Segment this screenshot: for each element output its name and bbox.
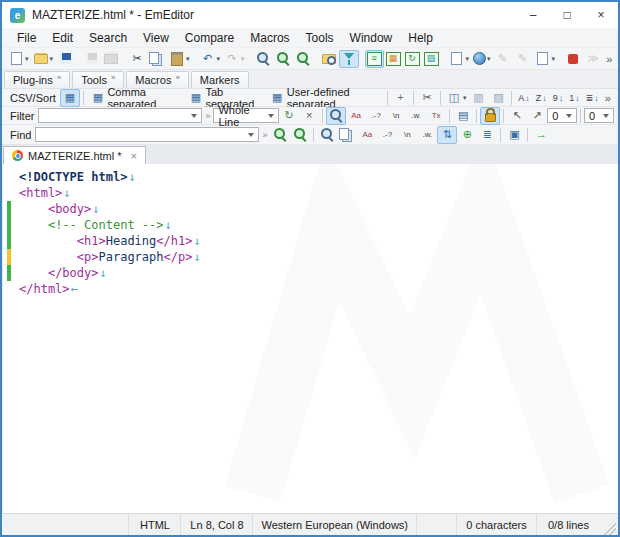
redo-button[interactable]: ↷▾	[222, 50, 247, 68]
dropdown-arrow-icon[interactable]: ▾	[463, 94, 467, 102]
menu-view[interactable]: View	[136, 29, 176, 47]
no-filter-button[interactable]: Tx	[426, 107, 446, 125]
find-previous-button[interactable]	[270, 126, 290, 144]
menu-edit[interactable]: Edit	[45, 29, 80, 47]
macro-list-button[interactable]: ▾	[533, 50, 558, 68]
filter-find-button[interactable]	[326, 107, 346, 125]
resize-grip[interactable]	[604, 523, 616, 535]
filter-mode-dropdown-icon[interactable]	[264, 109, 278, 122]
replace-button[interactable]	[293, 50, 313, 68]
search-up-down-button[interactable]: ⇅	[437, 126, 457, 144]
find-next-button[interactable]	[273, 50, 293, 68]
csv-options-button[interactable]: +	[390, 89, 410, 107]
fix-columns-button[interactable]: ▨	[488, 89, 508, 107]
find-in-document-button[interactable]	[337, 126, 357, 144]
normal-mode-button[interactable]: ≡	[365, 50, 384, 68]
match-case-find-button[interactable]: Aa	[357, 126, 377, 144]
open-file-button[interactable]: ▾	[31, 50, 56, 68]
document-tab[interactable]: MAZTERIZE.html * ×	[3, 146, 146, 164]
filter-toolbar-toggle-button[interactable]	[339, 50, 359, 68]
go-to-button[interactable]: →	[531, 126, 551, 144]
tab-overflow-chevron[interactable]: »	[111, 73, 115, 82]
dropdown-arrow-icon[interactable]: ▾	[217, 55, 221, 63]
wildcard-filter-button[interactable]: .-?	[366, 107, 386, 125]
browser-preview-button[interactable]: ▾	[471, 50, 493, 68]
csv-convert-button[interactable]: ✂	[417, 89, 437, 107]
find-dropdown-icon[interactable]	[244, 128, 258, 141]
filter-count2-dropdown-icon[interactable]	[599, 109, 613, 122]
match-case-filter-button[interactable]: Aa	[346, 107, 366, 125]
menu-window[interactable]: Window	[343, 29, 400, 47]
code-editor[interactable]: <!DOCTYPE html>↓<html>↓ <body>↓ <!-- Con…	[2, 164, 618, 513]
whole-word-find-button[interactable]: .w.	[417, 126, 437, 144]
edit-macro-button[interactable]: ✎	[493, 50, 513, 68]
wrap-mode-button[interactable]: ↻	[403, 50, 422, 68]
menu-compare[interactable]: Compare	[178, 29, 241, 47]
compare-button[interactable]: ▾	[447, 50, 472, 68]
save-button[interactable]	[55, 50, 75, 68]
freeze-columns-button[interactable]: ▥	[468, 89, 488, 107]
filter-mode-combobox[interactable]: Whole Line	[213, 108, 279, 123]
filter-overflow-chevron[interactable]: »	[202, 111, 213, 121]
csv-sort-mode-button[interactable]: ▦	[60, 89, 80, 107]
whole-word-filter-button[interactable]: .w.	[406, 107, 426, 125]
new-file-button[interactable]: ▾	[6, 50, 31, 68]
tab-close-icon[interactable]: ×	[131, 150, 137, 162]
close-button[interactable]: ×	[584, 2, 618, 28]
sort-z-to-a-button[interactable]: Z↓	[533, 93, 550, 103]
record-macro-button[interactable]	[563, 50, 583, 68]
find-dialog-button[interactable]	[317, 126, 337, 144]
menu-help[interactable]: Help	[401, 29, 440, 47]
copy-button[interactable]	[147, 50, 167, 68]
sort-by-length-button[interactable]: ≣↓	[583, 93, 602, 103]
filter-input[interactable]	[39, 109, 187, 122]
cell-mode-button[interactable]: ▨	[422, 50, 441, 68]
undo-button[interactable]: ↶▾	[198, 50, 223, 68]
csv-mode-button[interactable]: ▦	[384, 50, 403, 68]
find-results-panel-button[interactable]: ▣	[504, 126, 524, 144]
csv-overflow-chevron[interactable]: »	[602, 92, 614, 104]
find-next-green-button[interactable]	[290, 126, 310, 144]
find-overflow-chevron[interactable]: »	[259, 130, 270, 140]
dropdown-arrow-icon[interactable]: ▾	[466, 55, 470, 63]
dropdown-arrow-icon[interactable]: ▾	[552, 55, 556, 63]
extract-matched-lines-button[interactable]: ↗	[527, 107, 547, 125]
status-syntax[interactable]: HTML	[128, 514, 180, 535]
menu-macros[interactable]: Macros	[243, 29, 296, 47]
print-button[interactable]	[101, 50, 121, 68]
add-next-occurrence-button[interactable]: ⊕	[457, 126, 477, 144]
run-macro-button[interactable]: ✎	[513, 50, 533, 68]
play-macro-button[interactable]: ≫	[583, 50, 603, 68]
sort-smallest-to-largest-button[interactable]: 9↓	[550, 93, 567, 103]
dropdown-arrow-icon[interactable]: ▾	[50, 55, 54, 63]
minimize-button[interactable]: –	[516, 2, 550, 28]
clear-filter-button[interactable]: ×	[299, 107, 319, 125]
menu-search[interactable]: Search	[82, 29, 134, 47]
filter-properties-button[interactable]: ▤	[453, 107, 473, 125]
dropdown-arrow-icon[interactable]: ▾	[487, 55, 491, 63]
tab-plug-ins[interactable]: Plug-ins»	[4, 71, 70, 88]
dropdown-arrow-icon[interactable]: ▾	[186, 55, 190, 63]
maximize-button[interactable]: □	[550, 2, 584, 28]
paste-button[interactable]: ▾	[167, 50, 192, 68]
csv-mode-comma-separated[interactable]: ▦Comma separated	[87, 86, 185, 110]
find-in-files-button[interactable]	[319, 50, 339, 68]
dropdown-arrow-icon[interactable]: ▾	[241, 55, 245, 63]
select-matched-lines-button[interactable]: ↖	[507, 107, 527, 125]
toolbar-overflow-chevron[interactable]: »	[603, 53, 615, 65]
wildcard-find-button[interactable]: .-?	[377, 126, 397, 144]
tab-overflow-chevron[interactable]: »	[57, 73, 61, 82]
save-all-button[interactable]	[81, 50, 101, 68]
filter-dropdown-icon[interactable]	[187, 109, 201, 122]
tab-overflow-chevron[interactable]: »	[175, 73, 179, 82]
escape-sequence-find-button[interactable]: \n	[397, 126, 417, 144]
status-cursor-position[interactable]: Ln 8, Col 8	[180, 514, 252, 535]
menu-tools[interactable]: Tools	[299, 29, 341, 47]
escape-sequence-filter-button[interactable]: \n	[386, 107, 406, 125]
menu-file[interactable]: File	[10, 29, 43, 47]
find-input[interactable]	[36, 128, 244, 141]
dropdown-arrow-icon[interactable]: ▾	[25, 55, 29, 63]
refresh-filter-button[interactable]: ↻	[279, 107, 299, 125]
filter-count1-combobox[interactable]: 0	[547, 108, 577, 123]
lock-filter-button[interactable]	[480, 107, 500, 125]
